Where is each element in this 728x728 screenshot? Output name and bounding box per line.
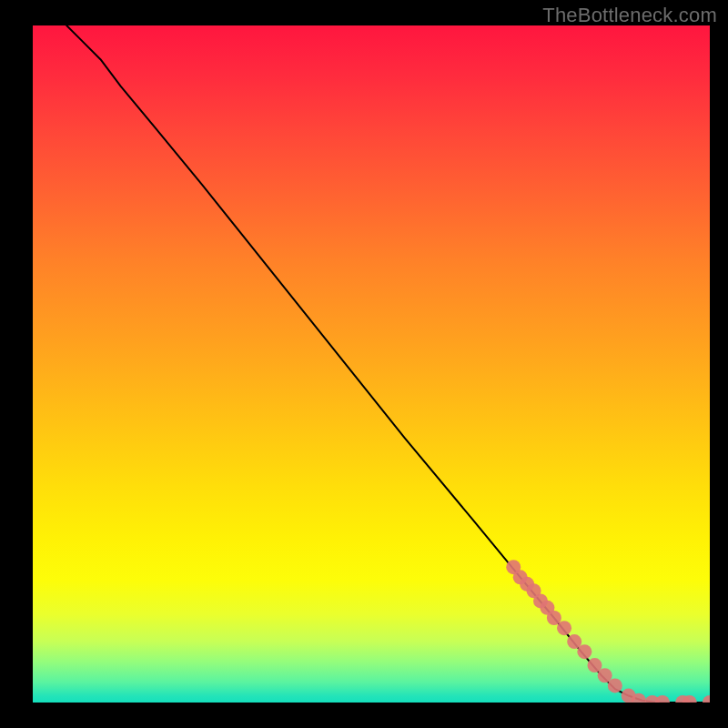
scatter-point bbox=[608, 678, 622, 693]
scatter-point bbox=[577, 644, 592, 659]
scatter-point bbox=[703, 695, 710, 703]
scatter-point bbox=[655, 695, 670, 703]
curve-layer bbox=[33, 25, 710, 703]
main-curve-path bbox=[66, 25, 710, 703]
scatter-point bbox=[557, 621, 571, 635]
watermark-text: TheBottleneck.com bbox=[542, 4, 717, 27]
chart-container: TheBottleneck.com bbox=[0, 0, 728, 728]
chart-svg bbox=[33, 25, 710, 703]
plot-region bbox=[33, 25, 710, 703]
scatter-marker-group bbox=[506, 560, 710, 703]
